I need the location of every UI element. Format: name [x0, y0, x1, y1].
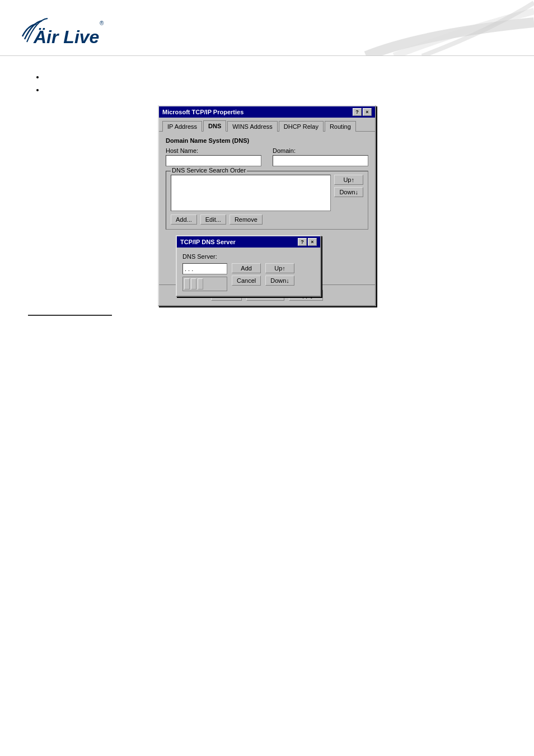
help-button[interactable]: ?	[353, 108, 362, 116]
search-order-area: Up↑ Down↓	[171, 175, 363, 211]
sub-help-button[interactable]: ?	[298, 238, 307, 246]
tab-dhcp-relay[interactable]: DHCP Relay	[279, 121, 324, 132]
domain-btn-3[interactable]	[198, 278, 203, 290]
down-button[interactable]: Down↓	[334, 187, 363, 197]
search-order-label: DNS Service Search Order	[171, 167, 247, 174]
sub-titlebar-buttons: ? ×	[298, 238, 317, 246]
sub-dialog-titlebar: TCP/IP DNS Server ? ×	[177, 236, 320, 248]
dns-search-order-group: DNS Service Search Order Up↑ Down↓ Add..…	[166, 171, 368, 230]
airlive-logo: Äir Live ®	[17, 8, 106, 45]
domain-btn-2[interactable]	[191, 278, 196, 290]
up-down-buttons: Up↑ Down↓	[334, 175, 363, 197]
main-dialog-titlebar: Microsoft TCP/IP Properties ? ×	[159, 106, 375, 118]
close-button[interactable]: ×	[363, 108, 372, 116]
tab-dns[interactable]: DNS	[203, 120, 226, 132]
page-content: Microsoft TCP/IP Properties ? × IP Addre…	[0, 56, 534, 338]
dialog-area: Microsoft TCP/IP Properties ? × IP Addre…	[28, 105, 506, 306]
bullet-item-1	[45, 73, 506, 81]
tab-wins-address[interactable]: WINS Address	[227, 121, 278, 132]
up-button[interactable]: Up↑	[334, 175, 363, 185]
sub-up-button[interactable]: Up↑	[265, 263, 294, 273]
dialog-content: Domain Name System (DNS) Host Name: Doma…	[159, 132, 375, 284]
logo-area: Äir Live ®	[17, 8, 106, 46]
domain-search-bar	[182, 277, 227, 291]
sub-close-button[interactable]: ×	[308, 238, 317, 246]
main-dialog: Microsoft TCP/IP Properties ? × IP Addre…	[158, 105, 376, 306]
sub-cancel-button[interactable]: Cancel	[232, 276, 261, 286]
dns-ip-input[interactable]: . . .	[182, 263, 227, 274]
sub-dialog-content: DNS Server: . . .	[177, 248, 320, 296]
domain-label: Domain:	[273, 147, 368, 154]
bullet-item-2	[45, 86, 506, 94]
add-dns-button[interactable]: Add...	[171, 214, 197, 225]
tab-routing[interactable]: Routing	[325, 121, 356, 132]
remove-dns-button[interactable]: Remove	[229, 214, 263, 225]
sub-down-button[interactable]: Down↓	[265, 276, 294, 286]
svg-text:Äir Live: Äir Live	[33, 27, 99, 45]
domain-btn-1[interactable]	[184, 278, 190, 290]
sub-dialog: TCP/IP DNS Server ? × DNS Server: . . .	[176, 235, 321, 297]
main-dialog-title: Microsoft TCP/IP Properties	[162, 109, 243, 115]
add-edit-remove-row: Add... Edit... Remove	[171, 214, 363, 225]
tab-ip-address[interactable]: IP Address	[162, 121, 202, 132]
header: Äir Live ®	[0, 0, 534, 56]
domain-group: Domain:	[273, 147, 368, 166]
section-divider	[28, 315, 112, 316]
bullet-list	[45, 73, 506, 94]
dns-server-label: DNS Server:	[182, 253, 315, 260]
dns-section-title: Domain Name System (DNS)	[166, 137, 368, 144]
header-decoration	[310, 0, 534, 56]
tabs-row: IP Address DNS WINS Address DHCP Relay R…	[159, 118, 375, 132]
host-domain-row: Host Name: Domain:	[166, 147, 368, 166]
host-name-input[interactable]	[166, 155, 261, 166]
domain-input[interactable]	[273, 155, 368, 166]
edit-dns-button[interactable]: Edit...	[200, 214, 226, 225]
host-name-group: Host Name:	[166, 147, 261, 166]
titlebar-buttons: ? ×	[353, 108, 372, 116]
sub-add-button[interactable]: Add	[232, 263, 261, 273]
svg-text:®: ®	[100, 20, 104, 26]
sub-dialog-title: TCP/IP DNS Server	[180, 239, 236, 245]
host-name-label: Host Name:	[166, 147, 261, 154]
dns-search-listbox[interactable]	[171, 175, 331, 211]
